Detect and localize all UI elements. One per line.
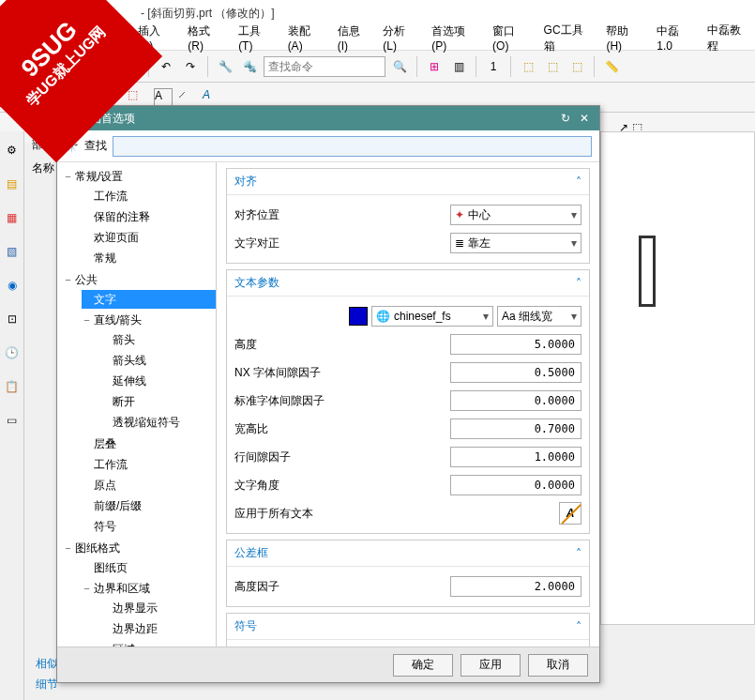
t2-icon[interactable]: ▣ xyxy=(38,88,56,107)
t2-icon[interactable]: ▤ xyxy=(60,88,79,107)
section-align-header[interactable]: 对齐˄ xyxy=(227,169,589,195)
tree-item[interactable]: 工作流 xyxy=(82,455,216,474)
save-icon[interactable] xyxy=(38,56,58,77)
close-icon[interactable]: ✕ xyxy=(575,109,594,128)
ruler-icon[interactable]: 📏 xyxy=(601,56,622,77)
align-pos-select[interactable]: ✦中心▾ xyxy=(450,205,581,225)
apply-text-button[interactable]: A xyxy=(559,502,581,525)
ltab-icon[interactable]: ▦ xyxy=(3,208,22,227)
tree-item[interactable]: 边界边距 xyxy=(100,619,216,638)
tree-item[interactable]: 前缀/后缀 xyxy=(82,496,216,515)
tree-general[interactable]: 常规/设置 xyxy=(75,169,123,185)
menu-insert[interactable]: 插入(S) xyxy=(134,22,178,54)
box3-icon[interactable]: ⬚ xyxy=(566,56,587,77)
copy-icon[interactable]: ⎘ xyxy=(97,56,117,77)
aspect-input[interactable] xyxy=(450,418,581,439)
menu-bar: 视图(V) 插入(S) 格式(R) 工具(T) 装配(A) 信息(I) 分析(L… xyxy=(0,26,755,51)
t2-icon[interactable]: ▥ xyxy=(83,88,101,107)
t2-icon[interactable]: ⬚ xyxy=(128,88,146,107)
apply-button[interactable]: 应用 xyxy=(461,654,521,677)
color-swatch[interactable] xyxy=(349,307,368,326)
section-symbol-header[interactable]: 符号˄ xyxy=(227,614,589,640)
angle-input[interactable] xyxy=(450,475,581,495)
tree-item[interactable]: 边界显示 xyxy=(100,599,216,617)
search-icon[interactable]: 🔍 xyxy=(389,56,410,77)
ok-button[interactable]: 确定 xyxy=(393,654,453,677)
menu-tools[interactable]: 工具(T) xyxy=(234,22,279,54)
menu-view[interactable]: 视图(V) xyxy=(84,22,128,54)
std-gap-input[interactable] xyxy=(450,390,581,411)
menu-info[interactable]: 信息(I) xyxy=(334,22,374,54)
dim-icon[interactable]: ⟋ xyxy=(176,88,195,107)
height-input[interactable] xyxy=(450,334,581,355)
box2-icon[interactable]: ⬚ xyxy=(542,56,563,77)
menu-zhonglei-tutorial[interactable]: 中磊教程 xyxy=(703,21,755,56)
tree-item[interactable]: 层叠 xyxy=(82,434,216,453)
section-text-params-header[interactable]: 文本参数˄ xyxy=(227,270,589,297)
tree-item[interactable]: 图纸页 xyxy=(82,558,216,577)
menu-window[interactable]: 窗口(O) xyxy=(489,22,534,54)
t2-icon[interactable]: ◫ xyxy=(105,88,124,107)
menu-assembly[interactable]: 装配(A) xyxy=(284,22,328,54)
reset-icon[interactable]: ↻ xyxy=(556,109,575,128)
tree-sheet-format[interactable]: 图纸格式 xyxy=(75,540,120,556)
tol-height-input[interactable] xyxy=(450,576,581,597)
tree-item[interactable]: 箭头线 xyxy=(100,351,216,370)
menu-help[interactable]: 帮助(H) xyxy=(602,22,647,54)
font-name-select[interactable]: 🌐chinesef_fs▾ xyxy=(371,306,493,327)
tab-detail[interactable]: 细节 xyxy=(36,674,58,694)
clock-icon[interactable]: 🕒 xyxy=(3,343,22,362)
menu-gc-toolbox[interactable]: GC工具箱 xyxy=(540,21,597,56)
preferences-tree[interactable]: −常规/设置 工作流 保留的注释 欢迎页面 常规 −公共 文字 −直线/箭头 箭… xyxy=(57,162,217,647)
tree-line-arrow[interactable]: 直线/箭头 xyxy=(94,312,142,328)
nx-gap-input[interactable] xyxy=(450,362,581,383)
menu-analysis[interactable]: 分析(L) xyxy=(379,22,422,54)
ltab-icon[interactable]: ▭ xyxy=(3,411,22,430)
tree-item[interactable]: 区域 xyxy=(100,640,216,647)
redo-icon[interactable]: ↷ xyxy=(180,56,201,77)
italic-a-icon[interactable]: A xyxy=(203,88,221,107)
tree-item[interactable]: 透视缩短符号 xyxy=(100,413,216,432)
grid-icon[interactable]: ⊞ xyxy=(424,56,445,77)
menu-format[interactable]: 格式(R) xyxy=(184,22,229,54)
layer-icon[interactable]: ▥ xyxy=(448,56,469,77)
font-weight-select[interactable]: Aa 细线宽▾ xyxy=(497,306,581,327)
undo-icon[interactable]: ↶ xyxy=(156,56,176,77)
menu-preferences[interactable]: 首选项(P) xyxy=(428,22,483,54)
tree-item[interactable]: 欢迎页面 xyxy=(82,228,216,247)
wifi-icon[interactable]: ◉ xyxy=(3,276,22,295)
ltab-icon[interactable]: ▧ xyxy=(3,242,22,261)
cancel-button[interactable]: 取消 xyxy=(528,654,588,677)
tab-similar[interactable]: 相似 xyxy=(36,653,58,674)
tree-item[interactable]: 原点 xyxy=(82,476,216,495)
tool2-icon[interactable]: 🔩 xyxy=(239,56,260,77)
ltab-icon[interactable]: ⊡ xyxy=(3,310,22,328)
cut-icon[interactable]: ✂ xyxy=(72,56,93,77)
graphics-canvas[interactable] xyxy=(600,131,755,625)
tree-border[interactable]: 边界和区域 xyxy=(94,581,150,597)
tool-icon[interactable]: 🔧 xyxy=(215,56,235,77)
tree-text-selected[interactable]: 文字 xyxy=(82,290,216,309)
paste-icon[interactable]: 📋 xyxy=(121,56,142,77)
tree-item[interactable]: 常规 xyxy=(82,249,216,267)
tree-common[interactable]: 公共 xyxy=(75,272,98,288)
justify-select[interactable]: ≣靠左▾ xyxy=(450,233,581,253)
chevron-up-icon: ˄ xyxy=(576,620,581,633)
num-icon[interactable]: 1 xyxy=(483,56,504,77)
gear-icon[interactable]: ⚙ xyxy=(3,141,22,160)
tree-item[interactable]: 保留的注释 xyxy=(82,207,216,226)
tree-item[interactable]: 箭头 xyxy=(100,330,216,349)
dialog-search-input[interactable] xyxy=(113,136,592,157)
ltab-icon[interactable]: ▤ xyxy=(3,175,22,193)
search-command-input[interactable] xyxy=(264,56,385,77)
line-gap-input[interactable] xyxy=(450,447,581,467)
section-tolbox-header[interactable]: 公差框˄ xyxy=(227,540,589,567)
text-a-icon[interactable]: A xyxy=(154,88,173,107)
ltab-icon[interactable]: 📋 xyxy=(3,377,22,396)
tree-item[interactable]: 断开 xyxy=(100,392,216,411)
tree-item[interactable]: 延伸线 xyxy=(100,372,216,390)
box1-icon[interactable]: ⬚ xyxy=(518,56,538,77)
tree-item[interactable]: 符号 xyxy=(82,517,216,536)
tree-item[interactable]: 工作流 xyxy=(82,187,216,205)
menu-zhonglei1[interactable]: 中磊1.0 xyxy=(653,22,698,54)
